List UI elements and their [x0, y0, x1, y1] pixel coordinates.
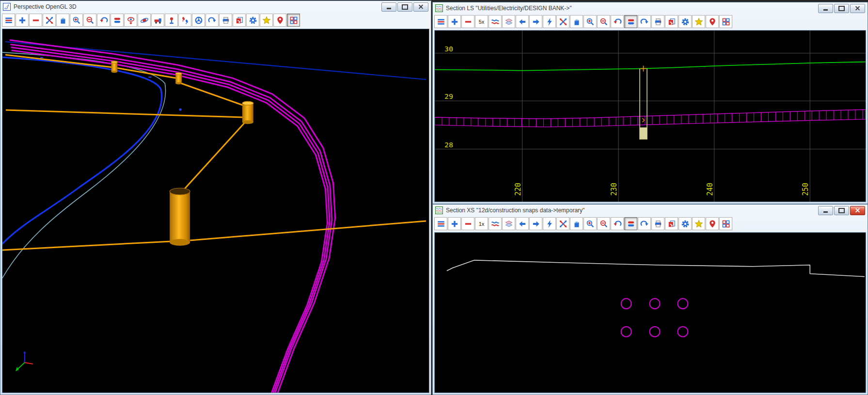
toolbar-button-star[interactable]	[692, 217, 705, 230]
toolbar-button-print[interactable]	[651, 217, 664, 230]
titlebar-perspective[interactable]: Perspective OpenGL 3D	[0, 1, 431, 13]
titlebar-section-xs[interactable]: Section XS "12d/construction snaps data-…	[433, 205, 868, 216]
toolbar-button-zoom-in[interactable]	[584, 15, 597, 28]
toolbar-button-star[interactable]	[260, 14, 273, 27]
star-icon	[694, 220, 703, 228]
toolbar-button-arrow-left[interactable]	[516, 15, 529, 28]
toolbar-button-undo[interactable]	[97, 14, 110, 27]
section-window-icon	[435, 4, 443, 12]
maximize-button[interactable]	[834, 206, 849, 215]
toolbar-button-pin[interactable]	[273, 14, 286, 27]
toolbar-button-grid[interactable]	[287, 14, 300, 27]
toolbar-button-gear[interactable]	[246, 14, 259, 27]
pit-top-cross-marker	[641, 66, 647, 72]
pills-icon	[113, 16, 122, 25]
toolbar-button-print[interactable]	[651, 15, 664, 28]
orange-pit-cylinder-1	[111, 61, 117, 73]
toolbar-button-hand[interactable]	[570, 217, 583, 230]
toolbar-button-drive[interactable]	[151, 14, 164, 27]
toolbar-button-plus[interactable]	[16, 14, 29, 27]
toolbar-button-pills[interactable]	[624, 217, 637, 230]
toolbar-button-gear[interactable]	[679, 217, 692, 230]
toolbar-button-zoom-out[interactable]	[597, 15, 610, 28]
print-icon	[654, 17, 663, 26]
toolbar-button-pin[interactable]	[706, 217, 719, 230]
toolbar-button-grid[interactable]	[719, 15, 732, 28]
toolbar-button-grid[interactable]	[719, 217, 732, 230]
toolbar-button-minus[interactable]	[461, 217, 474, 230]
viewport-section-xs[interactable]	[434, 232, 866, 393]
close-button[interactable]	[413, 2, 428, 12]
toolbar-button-hand[interactable]	[570, 15, 583, 28]
maximize-button[interactable]	[834, 4, 849, 13]
minimize-button[interactable]	[818, 206, 833, 215]
toolbar-button-copy[interactable]	[665, 15, 678, 28]
minimize-button[interactable]	[818, 4, 833, 13]
toolbar-button-pills[interactable]	[110, 14, 124, 27]
toolbar-button-layers[interactable]	[502, 217, 515, 230]
elevation-label: 28	[444, 141, 453, 149]
viewport-section-ls[interactable]: 302928220230240250	[434, 30, 866, 202]
toolbar-button-plus[interactable]	[448, 15, 461, 28]
orange-conduit-line-5	[190, 221, 426, 240]
toolbar-button-redo[interactable]	[638, 15, 651, 28]
toolbar-button-fit[interactable]	[556, 217, 569, 230]
toolbar-button-undo[interactable]	[611, 217, 624, 230]
toolbar-button-hand[interactable]	[56, 14, 69, 27]
toolbar-button-eye[interactable]	[124, 14, 137, 27]
toolbar-button-minus[interactable]	[29, 14, 42, 27]
toolbar-button-pin[interactable]	[706, 15, 719, 28]
toolbar-button-bolt[interactable]	[543, 15, 556, 28]
zoom-out-icon	[600, 17, 608, 26]
gear-icon	[681, 17, 690, 26]
toolbar-button-layers[interactable]	[502, 15, 515, 28]
viewport-3d[interactable]	[2, 29, 429, 393]
toolbar-button-menu[interactable]	[2, 14, 15, 27]
bolt-icon	[545, 17, 554, 26]
toolbar-button-zoom-factor[interactable]: 1x	[475, 217, 488, 230]
toolbar-button-gear[interactable]	[679, 15, 692, 28]
toolbar-button-zoom-in[interactable]	[70, 14, 83, 27]
toolbar-button-joystick[interactable]	[165, 14, 178, 27]
toolbar-button-bolt[interactable]	[543, 217, 556, 230]
close-button[interactable]	[850, 4, 865, 13]
maximize-button[interactable]	[397, 2, 412, 12]
toolbar-button-redo[interactable]	[205, 14, 219, 27]
toolbar-button-print[interactable]	[219, 14, 232, 27]
toolbar-button-orbit[interactable]	[138, 14, 151, 27]
toolbar-button-wave[interactable]	[489, 217, 502, 230]
toolbar-button-undo[interactable]	[611, 15, 624, 28]
undo-icon	[613, 17, 622, 26]
toolbar-button-menu[interactable]	[434, 15, 447, 28]
electricity-pit	[640, 69, 647, 140]
close-button[interactable]	[850, 206, 865, 215]
toolbar-button-copy[interactable]	[233, 14, 246, 27]
copy-icon	[667, 220, 676, 228]
titlebar-section-ls[interactable]: Section LS "Utilities/Electricity/DESIGN…	[433, 2, 868, 14]
toolbar-button-zoom-factor[interactable]: 5x	[475, 15, 488, 28]
toolbar-button-redo[interactable]	[638, 217, 651, 230]
toolbar-button-star[interactable]	[692, 15, 705, 28]
toolbar-button-fit[interactable]	[556, 15, 569, 28]
toolbar-button-fit[interactable]	[43, 14, 56, 27]
toolbar-button-pills[interactable]	[624, 15, 637, 28]
toolbar-button-zoom-out[interactable]	[597, 217, 610, 230]
toolbar-button-wave[interactable]	[489, 15, 502, 28]
toolbar-button-arrow-right[interactable]	[529, 15, 542, 28]
zoom-in-icon	[586, 220, 595, 228]
toolbar-button-zoom-out[interactable]	[83, 14, 96, 27]
elevation-label: 30	[444, 45, 453, 53]
toolbar-button-arrow-left[interactable]	[516, 217, 529, 230]
toolbar-button-steer[interactable]	[192, 14, 205, 27]
copy-icon	[235, 16, 244, 25]
toolbar-button-minus[interactable]	[461, 15, 474, 28]
pills-icon	[627, 220, 635, 228]
toolbar-button-copy[interactable]	[665, 217, 678, 230]
layers-icon	[505, 220, 513, 228]
toolbar-button-walk[interactable]	[178, 14, 191, 27]
toolbar-button-menu[interactable]	[434, 217, 447, 230]
toolbar-button-zoom-in[interactable]	[584, 217, 597, 230]
minimize-button[interactable]	[381, 2, 396, 12]
toolbar-button-arrow-right[interactable]	[529, 217, 542, 230]
toolbar-button-plus[interactable]	[448, 217, 461, 230]
